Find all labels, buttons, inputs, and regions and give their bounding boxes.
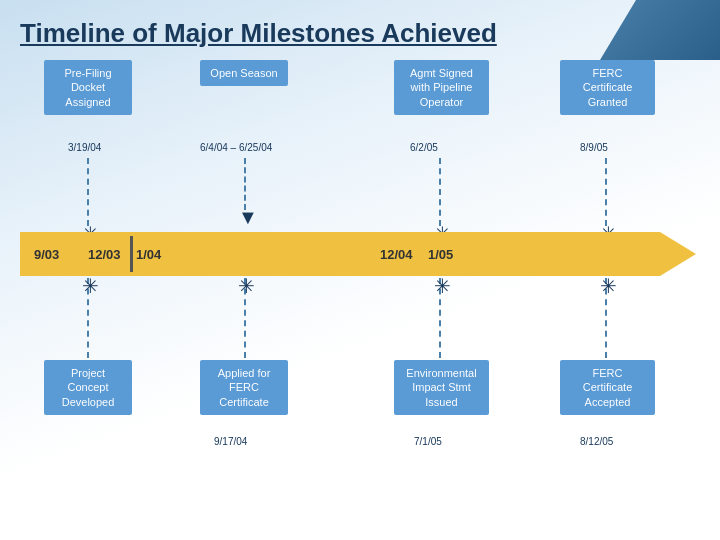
milestone-applied-ferc: Applied for FERC Certificate xyxy=(200,360,288,415)
marker-env-impact: ✳ xyxy=(434,274,451,298)
page: Timeline of Major Milestones Achieved Pr… xyxy=(0,0,720,540)
milestone-env-impact-label: Environmental Impact Stmt Issued xyxy=(406,367,476,408)
marker-project-concept: ✳ xyxy=(82,274,99,298)
tl-label-12-03: 12/03 xyxy=(88,247,121,262)
marker-applied-ferc: ✳ xyxy=(238,274,255,298)
milestone-env-impact: Environmental Impact Stmt Issued xyxy=(394,360,489,415)
marker-ferc-accepted: ✳ xyxy=(600,274,617,298)
milestone-ferc-cert-granted: FERC Certificate Granted xyxy=(560,60,655,115)
tl-label-1-04: 1/04 xyxy=(136,247,161,262)
connector-pre-filing xyxy=(87,158,89,226)
corner-accent xyxy=(600,0,720,60)
timeline-arrow: 9/03 12/03 1/04 12/04 1/05 xyxy=(20,232,660,276)
date-ferc-cert-granted: 8/9/05 xyxy=(580,142,608,153)
milestone-ferc-cert-granted-label: FERC Certificate Granted xyxy=(583,67,633,108)
milestone-pre-filing: Pre-Filing Docket Assigned xyxy=(44,60,132,115)
milestone-project-concept: Project Concept Developed xyxy=(44,360,132,415)
timeline-arrow-container: 9/03 12/03 1/04 12/04 1/05 xyxy=(20,232,660,276)
timeline-divider xyxy=(130,236,133,272)
milestone-agmt-signed: Agmt Signed with Pipeline Operator xyxy=(394,60,489,115)
milestone-open-season: Open Season xyxy=(200,60,288,86)
tl-label-12-04: 12/04 xyxy=(380,247,413,262)
milestone-agmt-signed-label: Agmt Signed with Pipeline Operator xyxy=(410,67,473,108)
marker-open-season-top: ▼ xyxy=(238,206,258,229)
date-env-impact: 7/1/05 xyxy=(414,436,442,447)
connector-ferc-cert xyxy=(605,158,607,226)
milestone-ferc-accepted-label: FERC Certificate Accepted xyxy=(583,367,633,408)
date-ferc-accepted: 8/12/05 xyxy=(580,436,613,447)
tl-label-9-03: 9/03 xyxy=(34,247,59,262)
tl-label-1-05: 1/05 xyxy=(428,247,453,262)
page-title: Timeline of Major Milestones Achieved xyxy=(20,18,497,49)
date-pre-filing: 3/19/04 xyxy=(68,142,101,153)
date-agmt-signed: 6/2/05 xyxy=(410,142,438,153)
milestone-pre-filing-label: Pre-Filing Docket Assigned xyxy=(64,67,111,108)
milestone-applied-ferc-label: Applied for FERC Certificate xyxy=(218,367,271,408)
connector-open-season xyxy=(244,158,246,210)
connector-agmt-signed xyxy=(439,158,441,226)
date-open-season: 6/4/04 – 6/25/04 xyxy=(200,142,272,153)
milestone-open-season-label: Open Season xyxy=(210,67,277,79)
date-applied-ferc: 9/17/04 xyxy=(214,436,247,447)
milestone-ferc-accepted: FERC Certificate Accepted xyxy=(560,360,655,415)
milestone-project-concept-label: Project Concept Developed xyxy=(62,367,115,408)
